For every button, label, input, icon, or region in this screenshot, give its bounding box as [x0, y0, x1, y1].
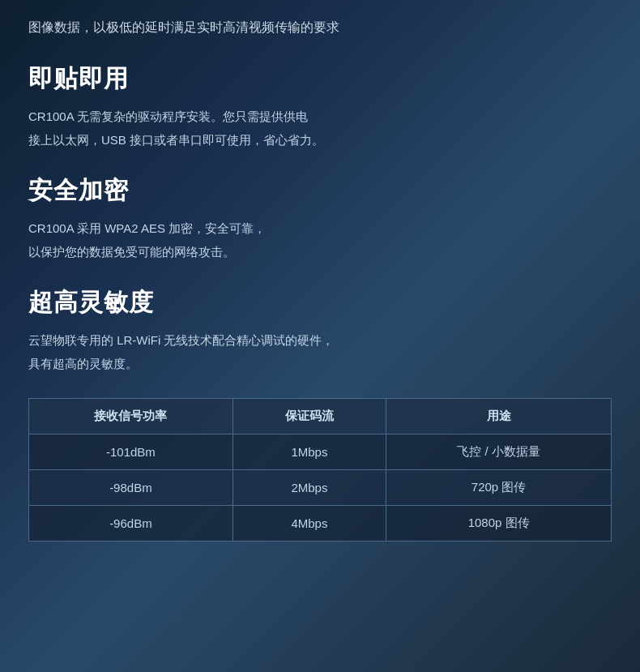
signal-power-1: -101dBm [29, 434, 233, 470]
section-body-instant-use: CR100A 无需复杂的驱动程序安装。您只需提供供电 接上以太网，USB 接口或… [28, 105, 612, 152]
content-wrapper: 图像数据，以极低的延时满足实时高清视频传输的要求 即贴即用 CR100A 无需复… [0, 0, 640, 566]
section-security: 安全加密 CR100A 采用 WPA2 AES 加密，安全可靠， 以保护您的数据… [28, 174, 612, 263]
use-case-2: 720p 图传 [386, 470, 612, 506]
table-row: -98dBm 2Mbps 720p 图传 [29, 470, 612, 506]
instant-use-line2: 接上以太网，USB 接口或者串口即可使用，省心省力。 [28, 129, 612, 152]
signal-power-2: -98dBm [29, 470, 233, 506]
table-body: -101dBm 1Mbps 飞控 / 小数据量 -98dBm 2Mbps 720… [29, 434, 612, 541]
use-case-1: 飞控 / 小数据量 [386, 434, 612, 470]
use-case-3: 1080p 图传 [386, 506, 612, 541]
security-line2: 以保护您的数据免受可能的网络攻击。 [28, 241, 612, 264]
section-title-instant-use: 即贴即用 [28, 62, 612, 96]
signal-power-3: -96dBm [29, 506, 233, 541]
sensitivity-line2: 具有超高的灵敏度。 [28, 353, 612, 376]
table-section: 接收信号功率 保证码流 用途 -101dBm 1Mbps 飞控 / 小数据量 -… [28, 398, 612, 541]
bitrate-1: 1Mbps [233, 434, 386, 470]
intro-text: 图像数据，以极低的延时满足实时高清视频传输的要求 [28, 16, 612, 38]
section-body-sensitivity: 云望物联专用的 LR-WiFi 无线技术配合精心调试的硬件， 具有超高的灵敏度。 [28, 329, 612, 375]
table-row: -101dBm 1Mbps 飞控 / 小数据量 [29, 434, 612, 470]
section-title-security: 安全加密 [28, 174, 612, 208]
section-sensitivity: 超高灵敏度 云望物联专用的 LR-WiFi 无线技术配合精心调试的硬件， 具有超… [28, 286, 612, 375]
signal-table: 接收信号功率 保证码流 用途 -101dBm 1Mbps 飞控 / 小数据量 -… [28, 398, 612, 541]
security-line1: CR100A 采用 WPA2 AES 加密，安全可靠， [28, 217, 612, 241]
bitrate-3: 4Mbps [233, 506, 386, 541]
section-body-security: CR100A 采用 WPA2 AES 加密，安全可靠， 以保护您的数据免受可能的… [28, 217, 612, 263]
header-guaranteed-bitrate: 保证码流 [233, 399, 386, 434]
table-header-row: 接收信号功率 保证码流 用途 [29, 399, 612, 434]
table-header: 接收信号功率 保证码流 用途 [29, 399, 612, 434]
header-use-case: 用途 [386, 399, 612, 434]
bitrate-2: 2Mbps [233, 470, 386, 506]
header-signal-power: 接收信号功率 [29, 399, 233, 434]
section-title-sensitivity: 超高灵敏度 [28, 286, 612, 319]
section-instant-use: 即贴即用 CR100A 无需复杂的驱动程序安装。您只需提供供电 接上以太网，US… [28, 62, 612, 152]
sensitivity-line1: 云望物联专用的 LR-WiFi 无线技术配合精心调试的硬件， [28, 329, 612, 353]
table-row: -96dBm 4Mbps 1080p 图传 [29, 506, 612, 541]
instant-use-line1: CR100A 无需复杂的驱动程序安装。您只需提供供电 [28, 105, 612, 129]
